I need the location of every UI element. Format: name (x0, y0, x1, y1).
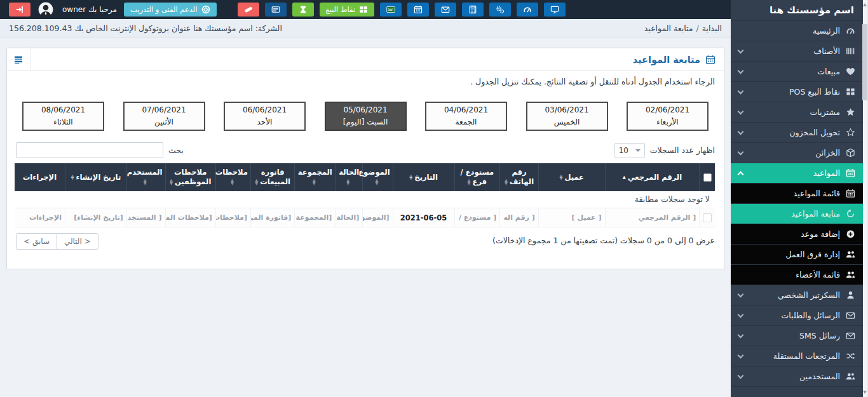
column-header-created-at[interactable]: تاريخ الإنشاء (65, 163, 126, 191)
date-tab-thursday[interactable]: 03/06/2021 الخميس (526, 102, 608, 131)
sidebar-item-safes[interactable]: الخزائن (731, 143, 863, 163)
filter-subject[interactable]: [الموضوع (363, 208, 393, 227)
sidebar-item-label: متابعة المواعيد (737, 209, 840, 219)
saudi-flag-icon (386, 5, 395, 14)
column-label: التاريخ (414, 173, 438, 182)
sidebar-item-stock-transfer[interactable]: تحويل المخزون (731, 123, 863, 143)
column-header-date[interactable]: التاريخ (393, 163, 454, 191)
select-all-checkbox[interactable] (703, 173, 712, 182)
filter-select-cell[interactable] (700, 208, 715, 227)
pos-button-label: نقاط البيع (326, 5, 356, 14)
avatar[interactable] (36, 1, 55, 18)
day-name: الجمعة (456, 116, 477, 128)
table-options-button[interactable] (7, 48, 31, 71)
star-icon (846, 107, 855, 117)
column-header-notes[interactable]: ملاحظات (215, 163, 250, 191)
select-all-header[interactable] (700, 163, 715, 191)
filter-status[interactable]: [الحالة (336, 208, 363, 227)
calendar-button[interactable] (407, 3, 429, 17)
filter-created-at[interactable]: [تاريخ الإنشاء] (65, 208, 126, 227)
previous-page-button[interactable]: < سابق (16, 233, 57, 250)
page-scrollbar[interactable] (863, 0, 868, 397)
column-header-client[interactable]: عميل (538, 163, 605, 191)
sidebar-item-label: نقاط البيع POS (743, 87, 840, 97)
filter-client[interactable]: [ عميل ] (538, 208, 605, 227)
sidebar-item-label: قائمة المواعيد (737, 189, 840, 198)
scrollbar-thumb[interactable] (862, 24, 867, 100)
sidebar-item-pos[interactable]: نقاط البيع POS (731, 82, 863, 102)
calculator-button[interactable] (462, 3, 484, 17)
caret-down-icon (635, 149, 641, 152)
column-header-reference-number[interactable]: الرقم المرجعي (605, 163, 700, 191)
filter-checkbox[interactable] (703, 213, 712, 222)
scroll-down-arrow-icon[interactable] (863, 391, 867, 394)
date-tab-sunday[interactable]: 06/06/2021 الأحد (224, 102, 306, 131)
day-name: الأثنين (154, 116, 173, 128)
sidebar-item-add-appointment[interactable]: إضافة موعد (731, 224, 863, 245)
column-header-staff-notes[interactable]: ملاحظات الموظفين (165, 163, 215, 191)
hourglass-button[interactable] (292, 3, 314, 17)
pos-button[interactable]: نقاط البيع (320, 3, 375, 17)
filter-phone[interactable]: [ رقم اله (500, 208, 539, 227)
date-tab-friday[interactable]: 04/06/2021 الجمعة (425, 102, 507, 131)
users-icon (846, 372, 855, 381)
mail-button[interactable] (435, 3, 456, 17)
sidebar-item-users[interactable]: المستخدمين (731, 367, 863, 387)
filter-reference-number[interactable]: [ الرقم المرجعي (605, 208, 700, 227)
sort-icon (505, 179, 508, 184)
sidebar-item-members[interactable]: قائمة الأعضاء (731, 265, 863, 285)
eraser-button[interactable] (238, 3, 259, 17)
date-tab-wednesday[interactable]: 02/06/2021 الأربعاء (627, 102, 709, 131)
date-tab-monday[interactable]: 07/06/2021 الأثنين (123, 102, 205, 131)
card-button[interactable] (265, 3, 287, 17)
sidebar-item-purchases[interactable]: مشتريات (731, 102, 863, 123)
support-button[interactable]: الدعم الفنى و التدريب (124, 3, 217, 17)
sidebar-item-appointments-followup[interactable]: متابعة المواعيد (731, 204, 863, 224)
sidebar-item-sms[interactable]: رسائل SMS (731, 326, 863, 346)
column-header-user[interactable]: المستخدم (126, 163, 165, 191)
sidebar-item-messages-requests[interactable]: الرسائل والطلبات (731, 306, 863, 326)
search-label: بحث (168, 145, 184, 155)
next-page-button[interactable]: التالي > (57, 233, 98, 250)
column-header-sales-invoice[interactable]: فاتورة المبيعات (250, 163, 294, 191)
filter-date[interactable]: 2021-06-05 (393, 208, 454, 227)
screen-button[interactable] (544, 3, 566, 17)
sidebar-item-appointments-list[interactable]: قائمة المواعيد (731, 184, 863, 204)
filter-actions: الإجراءات (15, 208, 65, 227)
breadcrumb-home-link[interactable]: البداية (702, 24, 722, 33)
sidebar-item-home[interactable]: الرئيسية (731, 21, 863, 41)
filter-sales-invoice[interactable]: [فاتورة المبيع (250, 208, 294, 227)
settings-button[interactable] (489, 3, 511, 17)
sidebar-item-teams[interactable]: إدارة فرق العمل (731, 245, 863, 265)
column-label: فاتورة المبيعات (260, 168, 290, 186)
sidebar-item-appointments[interactable]: المواعيد (731, 163, 863, 184)
column-header-subject[interactable]: الموضوع (363, 163, 393, 191)
search-control: بحث (16, 142, 184, 158)
column-header-phone[interactable]: رقم الهاتف (500, 163, 539, 191)
language-flag-button[interactable] (380, 3, 402, 17)
sidebar-item-independent-returns[interactable]: المرتجعات المستقلة (731, 346, 863, 367)
sidebar-item-label: رسائل SMS (743, 331, 840, 340)
filter-staff-notes[interactable]: [ملاحظات الموظف (165, 208, 215, 227)
sidebar-item-categories[interactable]: الأصناف (731, 41, 863, 62)
filter-warehouse-branch[interactable]: [ مستودع / (454, 208, 500, 227)
monitor-icon (550, 5, 559, 14)
date-tab-tuesday[interactable]: 08/06/2021 الثلاثاء (22, 102, 104, 131)
sort-icon (71, 175, 74, 180)
column-header-group[interactable]: المجموعة (295, 163, 336, 191)
date-tab-saturday-today[interactable]: 05/06/2021 السبت [اليوم] (325, 102, 407, 131)
column-header-warehouse-branch[interactable]: مستودع / فرع (454, 163, 500, 191)
sidebar-item-sales[interactable]: مبيعات (731, 62, 863, 82)
logout-button[interactable] (9, 3, 31, 17)
filter-notes[interactable]: [ملاحظات (215, 208, 250, 227)
dashboard-button[interactable] (517, 3, 538, 17)
filter-row: [ الرقم المرجعي [ عميل ] [ رقم اله [ مست… (15, 208, 715, 227)
page-size-select[interactable]: 10 (614, 143, 645, 158)
scroll-up-arrow-icon[interactable] (863, 3, 867, 6)
filter-user[interactable]: [ المستخدم (126, 208, 165, 227)
column-header-status[interactable]: الحالة (336, 163, 363, 191)
column-label: رقم الهاتف (510, 168, 534, 186)
filter-group[interactable]: [المجموعة (295, 208, 336, 227)
search-input[interactable] (16, 142, 163, 158)
sidebar-item-personal-secretary[interactable]: السكرتير الشخصي (731, 285, 863, 306)
